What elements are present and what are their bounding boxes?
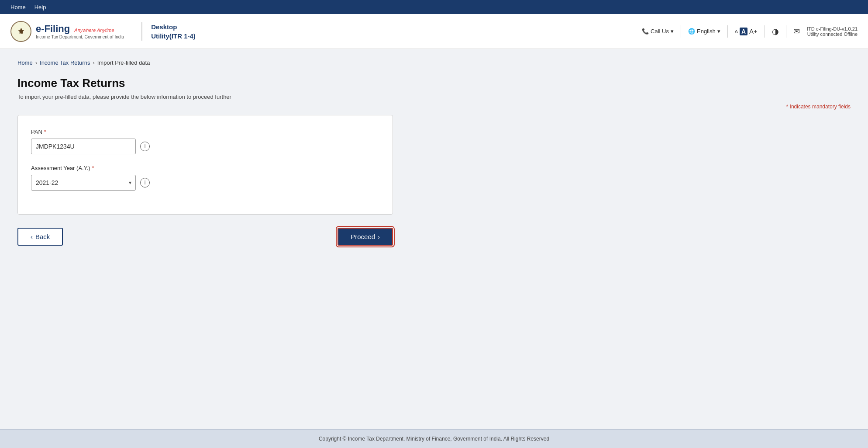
call-us-button[interactable]: Call Us ▾ — [642, 28, 674, 35]
offline-info: ITD e-Filing-DU-v1.0.21 Utility connecte… — [807, 26, 858, 37]
pan-info-icon[interactable]: i — [140, 142, 150, 151]
breadcrumb-income-tax[interactable]: Income Tax Returns — [40, 59, 90, 66]
mandatory-note: * Indicates mandatory fields — [17, 104, 851, 110]
form-card: PAN * i Assessment Year (A.Y.) * 2021-22… — [17, 115, 393, 215]
logo-area: ⚜ e-Filing Anywhere Anytime Income Tax D… — [10, 21, 124, 42]
pan-label: PAN * — [31, 128, 379, 135]
logo-tagline: Anywhere Anytime — [74, 28, 114, 33]
font-controls: A A A+ — [735, 28, 758, 35]
action-row: ‹ Back Proceed › — [17, 228, 393, 246]
page-subtitle: To import your pre-filled data, please p… — [17, 94, 851, 100]
font-large-button[interactable]: A+ — [749, 28, 758, 35]
ay-select[interactable]: 2021-22 2020-21 2019-20 — [31, 175, 136, 191]
mandatory-asterisk: * — [786, 104, 789, 110]
desktop-utility: Desktop Utility(ITR 1-4) — [141, 22, 196, 41]
logo-subtitle: Income Tax Department, Government of Ind… — [36, 35, 124, 39]
divider-2 — [727, 25, 728, 38]
ay-info-icon[interactable]: i — [140, 178, 150, 188]
page-title: Income Tax Returns — [17, 76, 851, 90]
back-button[interactable]: ‹ Back — [17, 228, 63, 246]
pan-required: * — [44, 128, 46, 135]
pan-input-row: i — [31, 139, 379, 154]
emblem-icon: ⚜ — [10, 21, 31, 42]
language-button[interactable]: English ▾ — [688, 28, 720, 35]
ay-group: Assessment Year (A.Y.) * 2021-22 2020-21… — [31, 165, 379, 191]
proceed-label: Proceed — [351, 233, 375, 240]
logo-text: e-Filing Anywhere Anytime Income Tax Dep… — [36, 23, 124, 39]
globe-icon — [688, 28, 695, 35]
nav-help[interactable]: Help — [34, 4, 46, 10]
back-label: Back — [35, 233, 50, 240]
breadcrumb-home[interactable]: Home — [17, 59, 33, 66]
divider-4 — [786, 25, 786, 38]
call-dropdown-icon: ▾ — [671, 28, 674, 35]
contrast-button[interactable]: ◑ — [772, 27, 779, 36]
divider-3 — [765, 25, 765, 38]
ay-required: * — [92, 165, 94, 171]
offline-button[interactable]: ✉ — [793, 27, 800, 36]
main-content: Home › Income Tax Returns › Import Pre-f… — [0, 49, 868, 429]
font-medium-button[interactable]: A — [740, 28, 747, 35]
header-right: Call Us ▾ English ▾ A A A+ ◑ ✉ ITD e-Fil… — [642, 25, 858, 38]
mandatory-text: Indicates mandatory fields — [790, 104, 851, 110]
font-small-button[interactable]: A — [735, 29, 738, 34]
ay-input-row: 2021-22 2020-21 2019-20 ▾ i — [31, 175, 379, 191]
pan-input[interactable] — [31, 139, 136, 154]
divider-1 — [681, 25, 681, 38]
proceed-icon: › — [378, 233, 380, 240]
breadcrumb-sep-2: › — [93, 59, 94, 66]
phone-icon — [642, 28, 649, 35]
header: ⚜ e-Filing Anywhere Anytime Income Tax D… — [0, 14, 868, 49]
nav-home[interactable]: Home — [10, 4, 26, 10]
back-icon: ‹ — [31, 233, 33, 240]
pan-group: PAN * i — [31, 128, 379, 154]
top-nav: Home Help — [0, 0, 868, 14]
ay-label: Assessment Year (A.Y.) * — [31, 165, 379, 171]
lang-dropdown-icon: ▾ — [717, 28, 720, 35]
breadcrumb: Home › Income Tax Returns › Import Pre-f… — [17, 59, 851, 66]
breadcrumb-current: Import Pre-filled data — [97, 59, 150, 66]
footer: Copyright © Income Tax Department, Minis… — [0, 429, 868, 448]
breadcrumb-sep-1: › — [35, 59, 37, 66]
ay-select-wrapper: 2021-22 2020-21 2019-20 ▾ — [31, 175, 136, 191]
logo-efiling: e-Filing Anywhere Anytime — [36, 23, 124, 35]
proceed-button[interactable]: Proceed › — [338, 228, 393, 246]
footer-text: Copyright © Income Tax Department, Minis… — [319, 436, 549, 442]
